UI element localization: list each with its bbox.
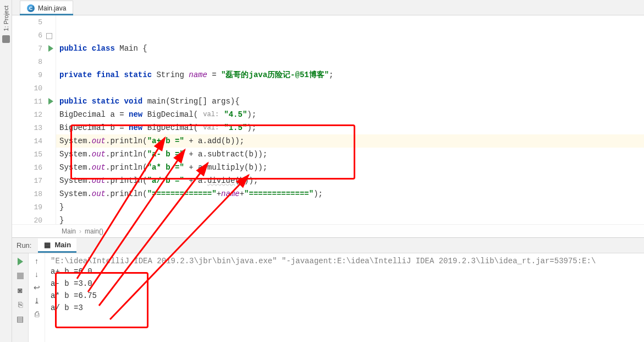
gutter-line: 20: [12, 214, 56, 224]
code-line[interactable]: }: [56, 214, 644, 224]
run-configuration-tab[interactable]: ▦ Main: [38, 238, 76, 253]
workspace: C Main.java 5 6 7 8 9 10 11 12 13 14 15 …: [12, 0, 644, 342]
gutter-line: 16: [12, 161, 56, 174]
editor-gutter[interactable]: 5 6 7 8 9 10 11 12 13 14 15 16 17 18 19 …: [12, 15, 56, 224]
breadcrumb-method[interactable]: main(): [85, 227, 103, 235]
code-line[interactable]: [56, 82, 644, 95]
output-line: a/ b =3: [51, 302, 639, 314]
code-line[interactable]: private final static String name = "磊哥的j…: [56, 68, 644, 82]
code-line-current[interactable]: System.out.println("a+ b =" + a.add(b));: [56, 134, 644, 148]
run-line-marker-icon[interactable]: [48, 45, 53, 52]
code-line[interactable]: [56, 55, 644, 68]
editor-tab-bar: C Main.java: [12, 0, 644, 15]
gutter-line: 15: [12, 148, 56, 161]
gutter-line[interactable]: 7: [12, 42, 56, 55]
left-tool-strip: 1: Project: [0, 0, 12, 342]
run-tool-title: Run:: [16, 241, 31, 249]
play-icon: [18, 258, 23, 265]
stop-icon: [17, 273, 24, 279]
code-editor[interactable]: 5 6 7 8 9 10 11 12 13 14 15 16 17 18 19 …: [12, 15, 644, 224]
layout-settings-button[interactable]: ▤: [15, 314, 25, 324]
gutter-line: 14: [12, 134, 56, 148]
code-line[interactable]: System.out.println("a* b =" + a.multiply…: [56, 161, 644, 174]
run-config-label: Main: [54, 241, 71, 249]
code-line[interactable]: System.out.println("a/ b =" + a.divide(b…: [56, 174, 644, 187]
stop-button[interactable]: [15, 271, 25, 281]
print-button[interactable]: ⎙: [35, 310, 39, 318]
down-button[interactable]: ↓: [35, 270, 38, 279]
project-icon: [2, 35, 10, 43]
code-line[interactable]: [56, 15, 644, 29]
down-arrow-icon: ↓: [35, 270, 38, 279]
code-line[interactable]: public class Main {: [56, 42, 644, 55]
run-side-toolbar: ◙ ⎘ ▤: [12, 253, 29, 342]
gutter-line: 19: [12, 200, 56, 214]
gutter-line: 12: [12, 108, 56, 121]
layout-icon: ▤: [16, 314, 24, 323]
editor-tab-main-java[interactable]: C Main.java: [20, 1, 73, 15]
code-line[interactable]: System.out.println("a- b =" + a.subtract…: [56, 148, 644, 161]
run-output-toolbar: ↑ ↓ ↩ ⤓ ⎙: [29, 253, 45, 342]
wrap-icon: ↩: [34, 283, 40, 292]
gutter-line: 17: [12, 174, 56, 187]
tab-label: Main.java: [38, 4, 66, 12]
dump-threads-button[interactable]: ◙: [15, 285, 25, 295]
code-line[interactable]: }: [56, 200, 644, 214]
java-class-icon: C: [27, 4, 35, 12]
code-line[interactable]: public static void main(String[] args){: [56, 95, 644, 108]
soft-wrap-button[interactable]: ↩: [34, 283, 40, 292]
scroll-end-icon: ⤓: [34, 296, 40, 305]
gutter-line: 6: [12, 29, 56, 42]
gutter-line: 10: [12, 82, 56, 95]
output-line: a- b =3.0: [51, 278, 639, 290]
code-area[interactable]: public class Main { private final static…: [56, 15, 644, 224]
exit-button[interactable]: ⎘: [15, 300, 25, 310]
application-icon: ▦: [43, 241, 51, 248]
code-line[interactable]: [56, 29, 644, 42]
code-line[interactable]: BigDecimal b = new BigDecimal( val: "1.5…: [56, 121, 644, 134]
breadcrumb[interactable]: Main › main(): [12, 224, 644, 237]
gutter-line: 18: [12, 187, 56, 200]
gutter-line[interactable]: 11: [12, 95, 56, 108]
project-tool-window-button[interactable]: 1: Project: [3, 6, 9, 31]
breadcrumb-class[interactable]: Main: [62, 227, 76, 235]
run-command-line: "E:\idea\IntelliJ IDEA 2019.2.3\jbr\bin\…: [51, 257, 639, 265]
gutter-line: 9: [12, 68, 56, 82]
up-arrow-icon: ↑: [35, 257, 38, 265]
up-button[interactable]: ↑: [35, 257, 38, 265]
run-line-marker-icon[interactable]: [48, 98, 53, 105]
scroll-to-end-button[interactable]: ⤓: [34, 296, 40, 305]
exit-icon: ⎘: [18, 300, 23, 309]
breadcrumb-separator-icon: ›: [79, 227, 81, 235]
gutter-line: 8: [12, 55, 56, 68]
print-icon: ⎙: [35, 310, 39, 318]
output-line: a+ b =6.0: [51, 265, 639, 278]
run-console-output[interactable]: "E:\idea\IntelliJ IDEA 2019.2.3\jbr\bin\…: [45, 253, 644, 342]
camera-icon: ◙: [18, 286, 22, 295]
output-line: a* b =6.75: [51, 290, 639, 302]
run-tool-body: ◙ ⎘ ▤ ↑ ↓ ↩ ⤓ ⎙ "E:\idea\IntelliJ IDEA 2…: [12, 253, 644, 342]
rerun-button[interactable]: [15, 257, 25, 267]
run-tool-window: Run: ▦ Main ◙ ⎘ ▤ ↑ ↓ ↩ ⤓ ⎙ "E:\ide: [12, 237, 644, 342]
run-tool-header: Run: ▦ Main: [12, 238, 644, 253]
gutter-line: 13: [12, 121, 56, 134]
code-line[interactable]: System.out.println("============="+name+…: [56, 187, 644, 200]
code-line[interactable]: BigDecimal a = new BigDecimal( val: "4.5…: [56, 108, 644, 121]
gutter-line: 5: [12, 15, 56, 29]
